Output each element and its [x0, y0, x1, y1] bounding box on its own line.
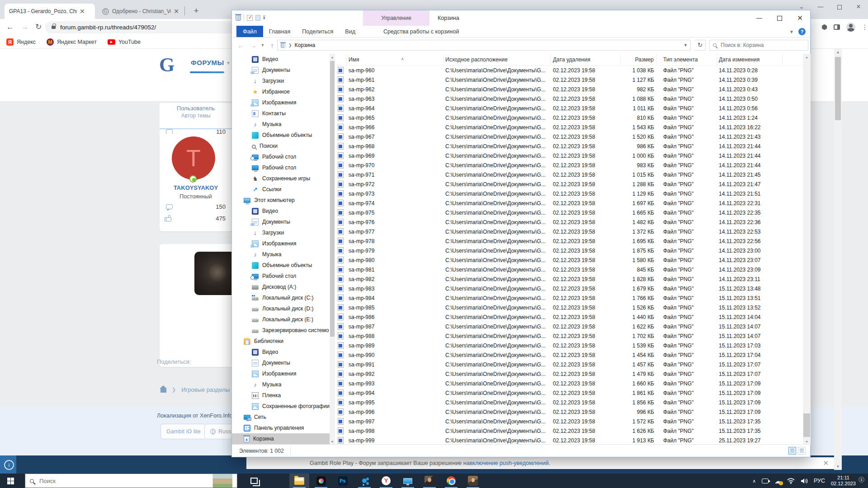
page-scrollbar[interactable]: ▲ ▼ — [834, 49, 842, 470]
address-dropdown-icon[interactable]: ▼ — [684, 43, 688, 47]
new-tab-button[interactable]: + — [190, 5, 203, 17]
nav-tree-item[interactable]: Пленка — [232, 390, 330, 401]
help-icon[interactable]: ? — [798, 28, 806, 35]
taskbar-explorer-button[interactable] — [289, 474, 309, 488]
file-row[interactable]: sa-mp-988 C:\Users\maria\OneDrive\Докуме… — [335, 331, 803, 341]
refresh-icon[interactable]: ↻ — [695, 40, 706, 51]
scroll-thumb[interactable] — [803, 413, 810, 437]
forward-icon[interactable]: → — [21, 19, 28, 35]
nav-tree-item[interactable]: Музыка — [232, 119, 330, 130]
tab-file[interactable]: Файл — [236, 26, 263, 37]
scroll-thumb[interactable] — [330, 61, 335, 337]
tab-view[interactable]: Вид — [339, 26, 361, 37]
nav-tree-item[interactable]: Локальный диск (D:) — [232, 303, 330, 314]
file-row[interactable]: sa-mp-991 C:\Users\maria\OneDrive\Докуме… — [335, 360, 803, 369]
column-size[interactable]: Размер — [621, 54, 657, 65]
volume-icon[interactable] — [801, 478, 808, 484]
file-row[interactable]: sa-mp-966 C:\Users\maria\OneDrive\Докуме… — [335, 122, 803, 132]
nav-tree-item[interactable]: Документы — [232, 65, 330, 75]
column-type[interactable]: Тип элемента — [661, 54, 717, 65]
file-row[interactable]: sa-mp-980 C:\Users\maria\OneDrive\Докуме… — [335, 255, 803, 265]
taskbar-chrome-button[interactable] — [441, 474, 461, 488]
file-row[interactable]: sa-mp-995 C:\Users\maria\OneDrive\Докуме… — [335, 398, 803, 407]
nav-tree-item[interactable]: Видео — [232, 347, 330, 357]
taskbar-photoshop-button[interactable]: Ps — [333, 474, 353, 488]
column-modified-date[interactable]: Дата изменения — [717, 54, 783, 65]
bookmark-yandex[interactable]: ЯЯндекс — [6, 38, 36, 46]
info-icon[interactable] — [0, 455, 16, 474]
nav-tree-item[interactable]: Сохраненные игры — [232, 173, 330, 184]
nav-tree-item[interactable]: Документы — [232, 216, 330, 227]
nav-tree-item[interactable]: Библиотеки — [232, 336, 330, 347]
side-panel-icon[interactable] — [834, 24, 840, 30]
taskbar-filmora-button[interactable] — [311, 474, 331, 488]
breadcrumb-item[interactable]: Игровые разделы — [181, 386, 230, 393]
nav-tree-item[interactable]: Рабочий стол — [232, 162, 330, 173]
customize-qat-icon[interactable]: ▾ — [263, 16, 265, 20]
taskbar-ppsspp-button[interactable] — [354, 474, 374, 488]
file-row[interactable]: sa-mp-962 C:\Users\maria\OneDrive\Докуме… — [335, 84, 803, 94]
file-row[interactable]: sa-mp-993 C:\Users\maria\OneDrive\Докуме… — [335, 379, 803, 388]
file-row[interactable]: sa-mp-990 C:\Users\maria\OneDrive\Докуме… — [335, 350, 803, 360]
tab-recycle-tools[interactable]: Средства работы с корзиной — [377, 26, 465, 37]
file-row[interactable]: sa-mp-989 C:\Users\maria\OneDrive\Докуме… — [335, 341, 803, 350]
column-name[interactable]: Имя∧ — [347, 54, 443, 65]
file-row[interactable]: sa-mp-992 C:\Users\maria\OneDrive\Докуме… — [335, 369, 803, 379]
nav-tree-item[interactable]: Объемные объекты — [232, 260, 330, 271]
nav-tree-item[interactable]: Ссылки — [232, 184, 330, 195]
wifi-icon[interactable] — [787, 478, 795, 484]
file-row[interactable]: sa-mp-964 C:\Users\maria\OneDrive\Докуме… — [335, 103, 803, 113]
scroll-up-icon[interactable]: ▲ — [834, 50, 842, 54]
nav-forward-icon[interactable]: → — [247, 42, 259, 49]
file-row[interactable]: sa-mp-977 C:\Users\maria\OneDrive\Докуме… — [335, 227, 803, 236]
explorer-maximize-button[interactable] — [769, 10, 790, 26]
nav-tree-item[interactable]: Локальный диск (C:) — [232, 292, 330, 303]
nav-scrollbar[interactable]: ▲ ▼ — [330, 54, 335, 445]
browser-menu-icon[interactable]: ⋮ — [862, 26, 864, 28]
collapse-ribbon-icon[interactable]: ▼ — [789, 29, 794, 34]
clock[interactable]: 21:11 02.12.2023 — [831, 475, 856, 487]
file-row[interactable]: sa-mp-986 C:\Users\maria\OneDrive\Докуме… — [335, 312, 803, 322]
nav-tree-item[interactable]: Рабочий стол — [232, 271, 330, 282]
column-deleted-date[interactable]: Дата удаления — [551, 54, 621, 65]
taskbar-photo2-button[interactable] — [463, 474, 483, 488]
file-row[interactable]: sa-mp-968 C:\Users\maria\OneDrive\Докуме… — [335, 141, 803, 151]
tab-share[interactable]: Поделиться — [296, 26, 339, 37]
file-row[interactable]: sa-mp-979 C:\Users\maria\OneDrive\Докуме… — [335, 246, 803, 255]
file-row[interactable]: sa-mp-983 C:\Users\maria\OneDrive\Докуме… — [335, 284, 803, 293]
file-row[interactable]: sa-mp-999 C:\Users\maria\OneDrive\Докуме… — [335, 436, 803, 445]
lock-icon[interactable] — [52, 26, 56, 29]
taskbar-search-input[interactable] — [38, 477, 208, 485]
forum-nav-forums[interactable]: ФОРУМЫ — [191, 59, 224, 66]
nav-tree-item[interactable]: Видео — [232, 54, 330, 65]
notice-close-icon[interactable]: ✕ — [823, 459, 829, 467]
browser-minimize-button[interactable]: — — [811, 0, 830, 14]
back-icon[interactable]: ← — [6, 19, 14, 35]
nav-tree-item[interactable]: Документы — [232, 357, 330, 368]
nav-tree-item[interactable]: Музыка — [232, 249, 330, 260]
file-row[interactable]: sa-mp-981 C:\Users\maria\OneDrive\Докуме… — [335, 265, 803, 274]
taskbar-photo1-button[interactable] — [420, 474, 439, 488]
nav-tree-item[interactable]: Локальный диск (E:) — [232, 314, 330, 325]
nav-tree-item[interactable]: Загрузки — [232, 227, 330, 238]
file-row[interactable]: sa-mp-976 C:\Users\maria\OneDrive\Докуме… — [335, 217, 803, 227]
file-row[interactable]: sa-mp-975 C:\Users\maria\OneDrive\Докуме… — [335, 208, 803, 217]
explorer-close-button[interactable]: ✕ — [790, 10, 810, 26]
file-row[interactable]: sa-mp-969 C:\Users\maria\OneDrive\Докуме… — [335, 151, 803, 160]
nav-tree-item[interactable]: Видео — [232, 206, 330, 216]
file-row[interactable]: sa-mp-982 C:\Users\maria\OneDrive\Докуме… — [335, 274, 803, 284]
nav-tree-item[interactable]: Сохраненные фотографии — [232, 401, 330, 412]
explorer-search[interactable] — [709, 40, 808, 51]
file-row[interactable]: sa-mp-961 C:\Users\maria\OneDrive\Докуме… — [335, 75, 803, 84]
profile-avatar[interactable] — [846, 23, 855, 32]
nav-tree-item[interactable]: Этот компьютер — [232, 195, 330, 206]
username[interactable]: TAKOYSYAKOY — [160, 184, 232, 191]
nav-tree-item[interactable]: Контакты — [232, 108, 330, 119]
browser-tab-active[interactable]: GPA13 - Gerardo_Pozo, Christian ✕ — [5, 4, 95, 19]
list-scrollbar[interactable]: ▲ ▼ — [803, 54, 811, 445]
nav-tree-item[interactable]: Изображения — [232, 368, 330, 379]
file-row[interactable]: sa-mp-996 C:\Users\maria\OneDrive\Докуме… — [335, 407, 803, 417]
file-row[interactable]: sa-mp-984 C:\Users\maria\OneDrive\Докуме… — [335, 293, 803, 303]
nav-up-icon[interactable]: ↑ — [266, 42, 278, 49]
nav-tree-item[interactable]: Объемные объекты — [232, 130, 330, 141]
